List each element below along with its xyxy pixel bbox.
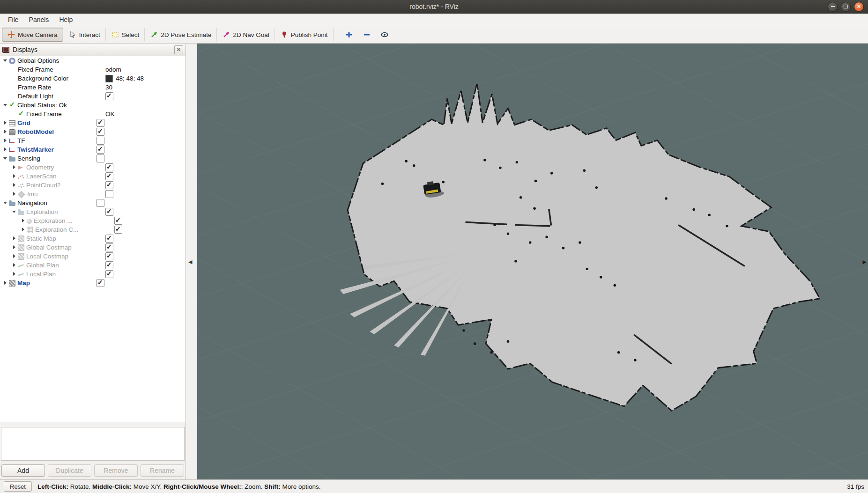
add-button[interactable]: Add <box>1 464 45 477</box>
expander-closed-icon[interactable] <box>2 145 9 154</box>
enabled-checkbox[interactable] <box>105 243 113 251</box>
render-view[interactable]: ▶ <box>197 44 868 479</box>
tree-row-local-plan[interactable]: Local Plan <box>0 270 185 279</box>
expander-closed-icon[interactable] <box>20 225 27 234</box>
minimize-button[interactable] <box>828 2 838 12</box>
tree-row-map[interactable]: Map <box>0 279 185 287</box>
3d-scene[interactable] <box>197 44 868 479</box>
expander-closed-icon[interactable] <box>2 118 9 127</box>
menu-file[interactable]: File <box>3 14 24 26</box>
close-button[interactable]: × <box>854 2 864 12</box>
enabled-checkbox[interactable] <box>114 217 122 225</box>
tree-row-pointcloud2[interactable]: PointCloud2 <box>0 181 185 190</box>
tool-publish-point[interactable]: Publish Point <box>275 28 334 42</box>
tree-row-twistmarker[interactable]: TwistMarker <box>0 145 185 154</box>
enabled-checkbox[interactable] <box>105 208 113 216</box>
enabled-checkbox[interactable] <box>96 146 104 154</box>
tree-row-tf[interactable]: TF <box>0 136 185 145</box>
expander-closed-icon[interactable] <box>11 270 18 279</box>
collapse-right-arrow[interactable]: ▶ <box>863 258 867 265</box>
rename-button[interactable]: Rename <box>141 464 184 477</box>
titlebar[interactable]: robot.rviz* - RViz × <box>0 0 868 14</box>
remove-button[interactable]: Remove <box>94 464 138 477</box>
menu-panels[interactable]: Panels <box>24 14 54 26</box>
expander-closed-icon[interactable] <box>11 234 18 243</box>
expander-closed-icon[interactable] <box>11 181 18 190</box>
enabled-checkbox[interactable] <box>105 261 113 269</box>
tree-row-background-color[interactable]: Background Color48; 48; 48 <box>0 74 185 83</box>
enabled-checkbox[interactable] <box>105 235 113 243</box>
enabled-checkbox[interactable] <box>105 172 113 180</box>
tree-row-robotmodel[interactable]: RobotModel <box>0 127 185 136</box>
enabled-checkbox[interactable] <box>96 279 104 287</box>
tree-row-imu[interactable]: Imu <box>0 190 185 199</box>
expander-closed-icon[interactable] <box>11 190 18 199</box>
focus-camera-button[interactable] <box>379 29 390 40</box>
expander-open-icon[interactable] <box>2 154 9 163</box>
expander-open-icon[interactable] <box>11 207 18 216</box>
tool-select[interactable]: Select <box>106 28 145 42</box>
tree-row-laserscan[interactable]: LaserScan <box>0 172 185 181</box>
tree-row-exploration-c[interactable]: Exploration C... <box>0 225 185 234</box>
expander-closed-icon[interactable] <box>11 163 18 172</box>
tree-value-cell[interactable]: OK <box>103 110 185 118</box>
expander-closed-icon[interactable] <box>11 172 18 181</box>
expander-closed-icon[interactable] <box>2 127 9 136</box>
reset-button[interactable]: Reset <box>4 481 32 492</box>
fps-counter: 31 fps <box>847 483 864 490</box>
enabled-checkbox[interactable] <box>105 163 113 171</box>
expander-closed-icon[interactable] <box>11 243 18 252</box>
enabled-checkbox[interactable] <box>105 181 113 189</box>
tree-row-exploration[interactable]: Exploration ... <box>0 216 185 225</box>
tree-row-global-options[interactable]: Global Options <box>0 56 185 65</box>
tree-value-cell[interactable]: 48; 48; 48 <box>103 75 185 82</box>
tree-row-odometry[interactable]: Odometry <box>0 163 185 172</box>
tree-row-static-map[interactable]: Static Map <box>0 234 185 243</box>
tree-row-frame-rate[interactable]: Frame Rate30 <box>0 83 185 92</box>
enabled-checkbox[interactable] <box>105 252 113 260</box>
zoom-out-button[interactable] <box>362 29 372 40</box>
tree-row-grid[interactable]: Grid <box>0 118 185 127</box>
panel-splitter[interactable]: ◀ <box>186 44 197 479</box>
tree-row-local-costmap[interactable]: Local Costmap <box>0 252 185 261</box>
tree-row-sensing[interactable]: Sensing <box>0 154 185 163</box>
displays-panel-header[interactable]: Displays ✕ <box>0 44 185 56</box>
expander-closed-icon[interactable] <box>2 279 9 287</box>
expander-open-icon[interactable] <box>2 101 9 110</box>
duplicate-button[interactable]: Duplicate <box>48 464 91 477</box>
tree-row-fixed-frame[interactable]: Fixed Frameodom <box>0 65 185 74</box>
enabled-checkbox[interactable] <box>96 155 104 162</box>
tool-interact[interactable]: Interact <box>63 28 106 42</box>
enabled-checkbox[interactable] <box>105 270 113 278</box>
tree-row-exploration[interactable]: Exploration <box>0 207 185 216</box>
expander-closed-icon[interactable] <box>11 261 18 270</box>
tree-row-global-costmap[interactable]: Global Costmap <box>0 243 185 252</box>
enabled-checkbox[interactable] <box>96 199 104 207</box>
tool-pose-estimate[interactable]: 2D Pose Estimate <box>145 28 217 42</box>
enabled-checkbox[interactable] <box>96 119 104 127</box>
tree-value-cell[interactable]: odom <box>103 66 185 73</box>
tool-move-camera[interactable]: Move Camera <box>2 28 63 42</box>
tree-row-global-plan[interactable]: Global Plan <box>0 261 185 270</box>
expander-open-icon[interactable] <box>2 56 9 65</box>
collapse-left-arrow[interactable]: ◀ <box>188 258 192 265</box>
tree-row-fixed-frame[interactable]: Fixed FrameOK <box>0 110 185 118</box>
menu-help[interactable]: Help <box>54 14 78 26</box>
tree-row-navigation[interactable]: Navigation <box>0 199 185 207</box>
zoom-in-button[interactable] <box>344 29 354 40</box>
panel-close-button[interactable]: ✕ <box>174 45 183 54</box>
tree-row-default-light[interactable]: Default Light <box>0 92 185 101</box>
expander-closed-icon[interactable] <box>11 252 18 261</box>
maximize-button[interactable] <box>841 2 851 12</box>
tree-value-cell[interactable]: 30 <box>103 84 185 91</box>
tool-nav-goal[interactable]: 2D Nav Goal <box>217 28 274 42</box>
enabled-checkbox[interactable] <box>96 128 104 136</box>
expander-open-icon[interactable] <box>2 199 9 207</box>
enabled-checkbox[interactable] <box>96 137 104 145</box>
enabled-checkbox[interactable] <box>105 190 113 198</box>
expander-closed-icon[interactable] <box>20 216 27 225</box>
tree-row-global-status-ok[interactable]: Global Status: Ok <box>0 101 185 110</box>
enabled-checkbox[interactable] <box>114 226 122 234</box>
enabled-checkbox[interactable] <box>105 92 113 100</box>
expander-closed-icon[interactable] <box>2 136 9 145</box>
